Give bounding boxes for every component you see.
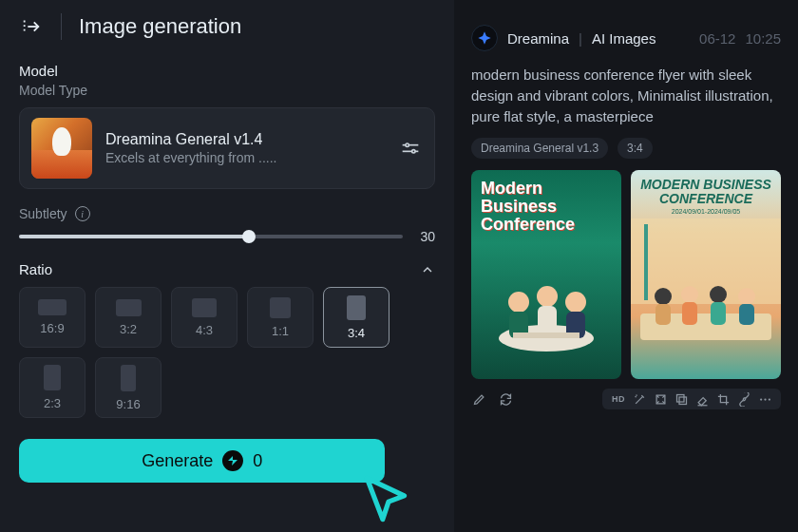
feed-header: Dreamina | AI Images 06-12 10:25 <box>471 25 781 51</box>
edit-icon[interactable] <box>471 391 486 407</box>
brand-name: Dreamina <box>507 30 569 47</box>
ratio-9-16[interactable]: 9:16 <box>95 357 162 418</box>
chevron-up-icon[interactable] <box>420 262 435 277</box>
ratio-3-2[interactable]: 3:2 <box>95 287 162 348</box>
model-name: Dreamina General v1.4 <box>105 131 385 148</box>
tag-row: Dreamina General v1.3 3:4 <box>471 138 781 159</box>
generate-button[interactable]: Generate 0 <box>19 439 385 483</box>
ratio-label-169: 16:9 <box>40 321 64 335</box>
slider-fill <box>19 235 249 238</box>
svg-rect-17 <box>644 224 648 300</box>
subtlety-header: Subtlety i <box>19 206 435 221</box>
poster-a-scene <box>471 243 621 379</box>
sliders-icon[interactable] <box>398 136 423 161</box>
model-thumbnail <box>31 118 92 179</box>
ratio-label-34: 3:4 <box>348 326 365 340</box>
result-image-2[interactable]: MODERN BUSINESS CONFERENCE 2024/09/01-20… <box>631 170 781 379</box>
ratio-2-3[interactable]: 2:3 <box>19 357 86 418</box>
svg-rect-24 <box>711 302 726 325</box>
ratio-1-1[interactable]: 1:1 <box>247 287 314 348</box>
ratio-16-9[interactable]: 16:9 <box>19 287 86 348</box>
result-image-1[interactable]: Modern Business Conference <box>471 170 621 379</box>
result-grid: Modern Business Conference <box>471 170 781 379</box>
ratio-label-11: 1:1 <box>272 324 289 338</box>
poster-a-l2: Business <box>481 197 557 216</box>
svg-rect-28 <box>676 394 684 402</box>
svg-point-2 <box>406 143 408 146</box>
more-icon[interactable] <box>757 391 772 407</box>
poster-b-sub: 2024/09/01-2024/09/05 <box>631 208 781 215</box>
credits-icon <box>222 450 243 471</box>
svg-rect-29 <box>679 397 687 405</box>
slider-track[interactable] <box>19 235 403 238</box>
ratio-header[interactable]: Ratio <box>19 261 435 277</box>
hd-badge[interactable]: HD <box>611 391 626 407</box>
svg-point-32 <box>764 398 766 400</box>
eraser-icon[interactable] <box>694 391 710 407</box>
layers-icon[interactable] <box>674 391 689 407</box>
info-icon[interactable]: i <box>75 206 90 221</box>
wand-icon[interactable] <box>632 391 647 407</box>
model-selector[interactable]: Dreamina General v1.4 Excels at everythi… <box>19 107 435 189</box>
model-desc: Excels at everything from ..... <box>105 150 385 165</box>
poster-b-l2: CONFERENCE <box>659 191 752 206</box>
svg-point-11 <box>537 286 558 307</box>
crop-icon[interactable] <box>715 391 731 407</box>
svg-point-31 <box>760 398 762 400</box>
feed-date: 06-12 <box>699 30 735 47</box>
ratio-4-3[interactable]: 4:3 <box>171 287 238 348</box>
svg-rect-22 <box>682 302 697 325</box>
ratio-label-916: 9:16 <box>116 397 140 411</box>
generate-label: Generate <box>142 451 213 471</box>
ratio-label: Ratio <box>19 261 52 277</box>
ratio-label-32: 3:2 <box>120 322 137 336</box>
brand-icon <box>471 25 498 51</box>
tag-ratio[interactable]: 3:4 <box>618 138 653 159</box>
action-right: HD <box>602 389 781 409</box>
subtlety-label: Subtlety <box>19 206 67 221</box>
tag-model[interactable]: Dreamina General v1.3 <box>471 138 608 159</box>
poster-b-scene <box>631 218 781 380</box>
action-bar: HD <box>471 389 781 409</box>
svg-point-25 <box>738 288 755 305</box>
model-type-label: Model Type <box>19 83 435 98</box>
separator: | <box>579 30 582 47</box>
feed-time: 10:25 <box>745 30 781 47</box>
svg-rect-26 <box>739 304 754 325</box>
expand-icon[interactable] <box>653 391 668 407</box>
svg-point-23 <box>710 286 727 303</box>
panel-header: Image generation <box>19 13 435 40</box>
page-title: Image generation <box>79 14 241 39</box>
svg-rect-15 <box>513 332 580 338</box>
svg-point-9 <box>508 292 529 313</box>
subtlety-value: 30 <box>414 229 435 244</box>
regenerate-icon[interactable] <box>498 391 513 407</box>
svg-point-21 <box>681 286 698 303</box>
ratio-label-23: 2:3 <box>44 396 61 410</box>
slider-thumb[interactable] <box>242 230 256 243</box>
poster-b-l1: MODERN BUSINESS <box>640 177 771 192</box>
subtlety-slider[interactable]: 30 <box>19 229 435 244</box>
svg-point-33 <box>768 398 770 400</box>
divider <box>61 13 62 40</box>
ratio-3-4[interactable]: 3:4 <box>323 287 390 348</box>
poster-a-l1: Modern <box>481 179 542 198</box>
poster-b-title: MODERN BUSINESS CONFERENCE <box>631 170 781 207</box>
svg-point-19 <box>655 288 672 305</box>
model-section-label: Model <box>19 63 435 79</box>
expand-icon[interactable] <box>19 14 44 39</box>
model-info: Dreamina General v1.4 Excels at everythi… <box>105 131 385 165</box>
svg-point-13 <box>565 292 586 313</box>
svg-rect-16 <box>631 218 781 304</box>
poster-a-l3: Conference <box>481 215 575 234</box>
link-icon[interactable] <box>736 391 751 407</box>
feed-category: AI Images <box>592 30 656 47</box>
svg-rect-12 <box>538 306 557 334</box>
poster-a-title: Modern Business Conference <box>471 170 621 243</box>
generate-cost: 0 <box>253 451 262 471</box>
action-left <box>471 391 513 407</box>
generation-panel: Image generation Model Model Type Dreami… <box>0 0 454 532</box>
svg-point-5 <box>412 150 415 153</box>
result-feed: Dreamina | AI Images 06-12 10:25 modern … <box>454 0 798 532</box>
ratio-label-43: 4:3 <box>196 323 213 337</box>
